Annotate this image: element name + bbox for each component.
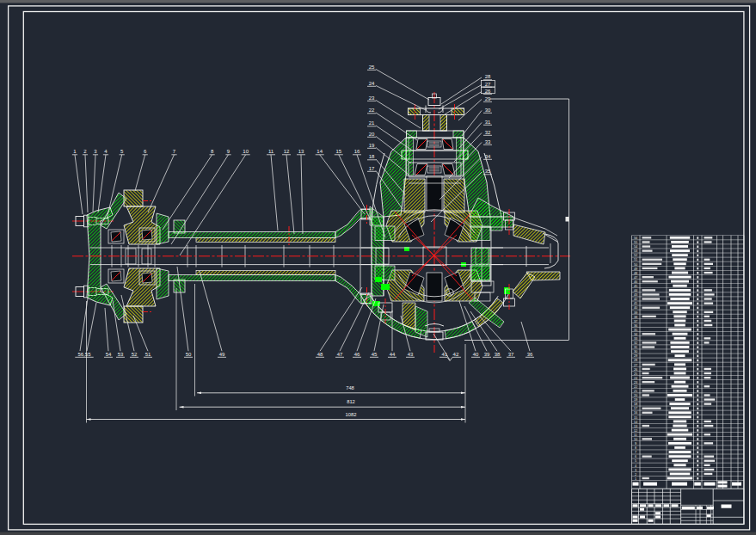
svg-text:40: 40 xyxy=(634,306,637,310)
svg-text:11: 11 xyxy=(634,434,637,437)
svg-text:3: 3 xyxy=(635,469,636,472)
svg-text:43: 43 xyxy=(634,293,637,297)
svg-text:812: 812 xyxy=(347,399,355,404)
svg-text:48: 48 xyxy=(634,272,637,275)
svg-text:10: 10 xyxy=(243,149,249,154)
svg-text:37: 37 xyxy=(508,352,514,357)
svg-text:19: 19 xyxy=(634,398,637,402)
svg-text:49: 49 xyxy=(219,352,225,357)
svg-text:9: 9 xyxy=(635,442,636,446)
svg-text:1: 1 xyxy=(635,477,636,481)
svg-text:35: 35 xyxy=(634,329,637,332)
svg-text:35: 35 xyxy=(485,169,491,174)
svg-text:36: 36 xyxy=(527,352,533,357)
svg-text:52: 52 xyxy=(634,254,637,257)
svg-text:51: 51 xyxy=(145,352,151,357)
svg-text:46: 46 xyxy=(354,352,360,357)
svg-text:36: 36 xyxy=(634,324,637,328)
svg-text:17: 17 xyxy=(369,166,375,171)
svg-text:10: 10 xyxy=(634,438,637,441)
svg-text:18: 18 xyxy=(369,154,375,159)
svg-text:33: 33 xyxy=(485,139,491,145)
svg-text:28: 28 xyxy=(634,359,637,362)
svg-text:6: 6 xyxy=(635,455,636,458)
svg-text:44: 44 xyxy=(390,352,396,357)
svg-text:41: 41 xyxy=(634,302,637,305)
svg-text:8: 8 xyxy=(635,446,636,450)
svg-text:49: 49 xyxy=(634,268,637,271)
svg-text:2: 2 xyxy=(635,473,636,477)
svg-text:14: 14 xyxy=(634,421,637,424)
svg-text:34: 34 xyxy=(485,154,491,159)
svg-text:32: 32 xyxy=(485,130,491,135)
svg-text:42: 42 xyxy=(634,298,637,301)
svg-text:12: 12 xyxy=(634,429,637,433)
svg-text:29: 29 xyxy=(485,96,491,101)
svg-text:32: 32 xyxy=(634,341,637,345)
svg-text:54: 54 xyxy=(634,245,637,249)
svg-text:47: 47 xyxy=(634,276,637,280)
svg-text:27: 27 xyxy=(485,82,491,87)
svg-text:44: 44 xyxy=(634,289,637,292)
svg-text:22: 22 xyxy=(634,385,637,389)
svg-text:13: 13 xyxy=(298,149,304,154)
svg-text:22: 22 xyxy=(369,108,375,113)
svg-text:45: 45 xyxy=(634,285,637,288)
svg-text:37: 37 xyxy=(634,320,637,323)
svg-text:13: 13 xyxy=(634,425,637,428)
svg-text:55: 55 xyxy=(634,241,637,244)
svg-text:53: 53 xyxy=(634,249,637,253)
svg-text:5: 5 xyxy=(635,459,636,463)
svg-text:20: 20 xyxy=(634,394,637,397)
svg-text:7: 7 xyxy=(635,451,636,454)
svg-text:52: 52 xyxy=(132,352,138,357)
svg-text:23: 23 xyxy=(634,381,637,384)
svg-text:53: 53 xyxy=(118,352,124,357)
svg-text:21: 21 xyxy=(634,390,637,393)
svg-text:30: 30 xyxy=(634,350,637,354)
svg-text:16: 16 xyxy=(634,411,637,415)
svg-text:48: 48 xyxy=(317,352,323,357)
svg-text:51: 51 xyxy=(634,258,637,261)
svg-text:25: 25 xyxy=(634,372,637,376)
svg-text:19: 19 xyxy=(369,143,375,148)
svg-text:4: 4 xyxy=(635,464,636,468)
svg-text:1082: 1082 xyxy=(346,412,357,417)
svg-text:56,55: 56,55 xyxy=(77,352,91,357)
svg-text:50: 50 xyxy=(186,352,192,357)
svg-text:28: 28 xyxy=(485,74,491,79)
svg-text:31: 31 xyxy=(485,120,491,125)
svg-text:47: 47 xyxy=(337,352,343,357)
svg-text:33: 33 xyxy=(634,337,637,341)
svg-text:42: 42 xyxy=(453,351,459,357)
svg-text:24: 24 xyxy=(634,377,637,380)
svg-text:40: 40 xyxy=(473,352,479,357)
svg-text:39: 39 xyxy=(484,352,490,357)
svg-text:31: 31 xyxy=(634,346,637,349)
svg-text:16: 16 xyxy=(354,149,360,154)
svg-text:30: 30 xyxy=(485,108,491,113)
svg-text:29: 29 xyxy=(634,354,637,358)
svg-text:27: 27 xyxy=(634,364,637,367)
svg-text:11: 11 xyxy=(268,149,274,154)
svg-text:15: 15 xyxy=(335,149,341,154)
svg-text:26: 26 xyxy=(485,89,491,94)
svg-text:18: 18 xyxy=(634,403,637,406)
svg-text:38: 38 xyxy=(495,352,501,357)
svg-text:43: 43 xyxy=(408,352,414,357)
svg-text:17: 17 xyxy=(634,407,637,410)
svg-text:20: 20 xyxy=(369,132,375,137)
svg-text:39: 39 xyxy=(634,311,637,315)
svg-text:25: 25 xyxy=(369,65,375,70)
svg-text:23: 23 xyxy=(369,95,375,101)
svg-text:38: 38 xyxy=(634,316,637,319)
svg-text:45: 45 xyxy=(372,352,378,357)
svg-text:34: 34 xyxy=(634,333,637,336)
svg-text:24: 24 xyxy=(369,81,375,86)
svg-text:748: 748 xyxy=(346,385,354,390)
svg-text:56: 56 xyxy=(634,237,637,240)
svg-text:15: 15 xyxy=(634,416,637,420)
svg-text:46: 46 xyxy=(634,280,637,284)
svg-text:54: 54 xyxy=(106,352,112,357)
svg-text:14: 14 xyxy=(317,149,323,154)
